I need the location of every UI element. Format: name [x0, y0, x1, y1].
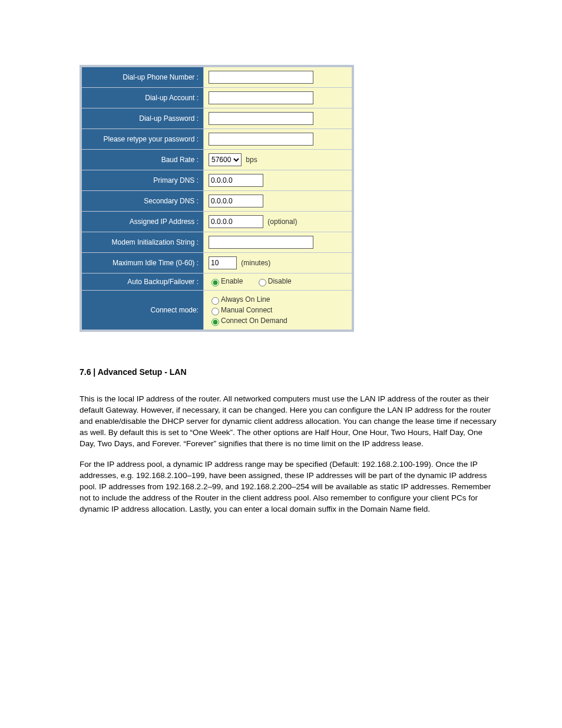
doc-paragraph-1: This is the local IP address of the rout… — [80, 393, 498, 449]
radio-connect-demand[interactable] — [211, 318, 219, 326]
hint-optional: (optional) — [267, 218, 297, 226]
radio-connect-always[interactable] — [211, 297, 219, 305]
select-baud-rate[interactable]: 57600 — [209, 153, 242, 166]
input-password[interactable] — [209, 112, 313, 125]
radio-backup-disable[interactable] — [259, 279, 266, 286]
label-retype: Please retype your password : — [82, 129, 204, 150]
label-auto-backup: Auto Backup/Failover : — [82, 274, 204, 291]
label-max-idle: Maximum Idle Time (0-60) : — [82, 253, 204, 274]
radio-label-disable: Disable — [268, 277, 292, 285]
doc-section: 7.6 | Advanced Setup - LAN This is the l… — [80, 367, 498, 515]
input-primary-dns[interactable] — [209, 174, 263, 187]
label-assigned-ip: Assigned IP Address : — [82, 212, 204, 232]
input-max-idle[interactable] — [209, 256, 237, 269]
radio-label-enable: Enable — [221, 277, 243, 285]
radio-label-manual: Manual Connect — [221, 306, 272, 314]
label-account: Dial-up Account : — [82, 88, 204, 108]
label-phone: Dial-up Phone Number : — [82, 67, 204, 88]
radio-backup-enable[interactable] — [211, 279, 219, 286]
input-assigned-ip[interactable] — [209, 215, 263, 228]
input-account[interactable] — [209, 91, 313, 104]
label-modem-init: Modem Initialization String : — [82, 232, 204, 253]
label-password: Dial-up Password : — [82, 108, 204, 129]
unit-bps: bps — [246, 156, 257, 164]
doc-heading: 7.6 | Advanced Setup - LAN — [80, 367, 498, 377]
label-connect-mode: Connect mode: — [82, 291, 204, 330]
unit-minutes: (minutes) — [241, 259, 270, 267]
dialup-settings-panel: Dial-up Phone Number : Dial-up Account :… — [80, 65, 354, 332]
doc-paragraph-2: For the IP address pool, a dynamic IP ad… — [80, 459, 498, 515]
radio-label-always: Always On Line — [221, 295, 270, 304]
label-primary-dns: Primary DNS : — [82, 170, 204, 191]
input-phone[interactable] — [209, 71, 313, 84]
label-secondary-dns: Secondary DNS : — [82, 191, 204, 212]
radio-label-demand: Connect On Demand — [221, 317, 287, 325]
input-secondary-dns[interactable] — [209, 195, 263, 207]
input-modem-init[interactable] — [209, 236, 313, 249]
radio-connect-manual[interactable] — [211, 308, 219, 315]
label-baud: Baud Rate : — [82, 150, 204, 170]
input-retype-password[interactable] — [209, 133, 313, 146]
